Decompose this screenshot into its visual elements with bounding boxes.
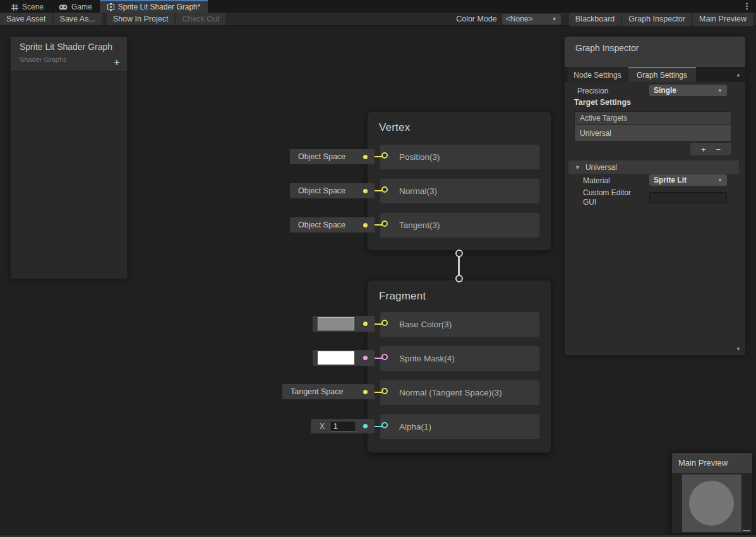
graph-inspector-toggle-button[interactable]: Graph Inspector bbox=[622, 13, 692, 26]
tab-shader-graph-label: Sprite Lit Shader Graph* bbox=[118, 3, 201, 11]
color-mode-value: <None> bbox=[506, 15, 533, 23]
precision-dropdown[interactable]: Single ▼ bbox=[649, 85, 727, 96]
window-bottom-bar bbox=[0, 534, 756, 537]
vertex-row-tangent: Tangent(3) bbox=[380, 213, 539, 238]
position-space-dropdown[interactable]: Object Space bbox=[290, 149, 375, 164]
blackboard-title: Sprite Lit Shader Graph bbox=[11, 37, 127, 52]
fragment-row-alpha: Alpha(1) bbox=[380, 414, 539, 439]
blackboard-toggle-button[interactable]: Blackboard bbox=[569, 13, 621, 26]
active-targets-header: Active Targets bbox=[574, 111, 731, 125]
port-label: Alpha(1) bbox=[380, 422, 431, 431]
universal-foldout-label: Universal bbox=[585, 163, 617, 172]
kebab-menu-icon[interactable]: ⋮ bbox=[743, 0, 751, 13]
target-settings-header: Target Settings bbox=[574, 98, 631, 107]
fragment-node[interactable]: Fragment Base Color(3) Sprite Mask(4) No… bbox=[367, 280, 551, 453]
tangent-space-value: Object Space bbox=[290, 220, 345, 229]
tab-game-label: Game bbox=[71, 3, 92, 11]
fragment-row-normal-ts: Normal (Tangent Space)(3) bbox=[380, 380, 539, 405]
show-in-project-button[interactable]: Show In Project bbox=[107, 13, 175, 25]
resize-handle[interactable] bbox=[743, 530, 750, 531]
port-alpha-input[interactable] bbox=[381, 422, 388, 428]
base-color-field[interactable] bbox=[313, 316, 375, 332]
fragment-row-sprite-mask: Sprite Mask(4) bbox=[380, 346, 539, 371]
tab-scene[interactable]: Scene bbox=[4, 0, 51, 13]
alpha-value-input[interactable] bbox=[330, 421, 356, 431]
save-asset-button[interactable]: Save Asset bbox=[0, 13, 52, 25]
port-base-color-input[interactable] bbox=[381, 320, 388, 326]
port-tangent-input[interactable] bbox=[381, 220, 388, 227]
graph-toolbar: Save Asset Save As... Show In Project Ch… bbox=[0, 13, 756, 26]
port-sprite-mask-input[interactable] bbox=[381, 354, 388, 360]
port-stub-dot bbox=[363, 424, 368, 428]
blackboard-panel: Sprite Lit Shader Graph Shader Graphs + bbox=[10, 36, 128, 279]
alpha-x-label: X bbox=[320, 422, 325, 431]
port-label: Position(3) bbox=[380, 152, 440, 162]
port-normal-ts-input[interactable] bbox=[381, 388, 388, 394]
material-dropdown[interactable]: Sprite Lit ▼ bbox=[649, 174, 727, 186]
chevron-down-icon: ▼ bbox=[717, 178, 723, 183]
port-label: Normal (Tangent Space)(3) bbox=[380, 388, 502, 397]
normal-ts-space-dropdown[interactable]: Tangent Space bbox=[282, 384, 375, 399]
tab-shader-graph[interactable]: Sprite Lit Shader Graph* bbox=[100, 0, 208, 13]
add-target-button[interactable]: + bbox=[701, 145, 706, 154]
main-preview-toggle-button[interactable]: Main Preview bbox=[693, 13, 753, 26]
graph-inspector-tabs: Node Settings Graph Settings bbox=[565, 67, 745, 82]
blackboard-header[interactable]: Sprite Lit Shader Graph Shader Graphs + bbox=[11, 37, 127, 72]
main-preview-body bbox=[672, 473, 752, 533]
shadergraph-icon bbox=[107, 3, 114, 11]
port-label: Tangent(3) bbox=[380, 220, 440, 230]
vertex-node[interactable]: Vertex Position(3) Normal(3) Tangent(3) bbox=[367, 111, 551, 251]
vertex-row-position: Position(3) bbox=[380, 145, 539, 169]
chevron-down-icon: ▼ bbox=[552, 16, 557, 22]
active-target-item-universal[interactable]: Universal bbox=[574, 125, 731, 142]
gamepad-icon bbox=[59, 4, 68, 10]
tangent-space-dropdown[interactable]: Object Space bbox=[290, 217, 375, 232]
scroll-up-icon[interactable]: ▲ bbox=[736, 72, 741, 78]
material-value: Sprite Lit bbox=[654, 176, 687, 184]
tab-bar: Scene Game Sprite Lit Shader Graph* ⋮ bbox=[0, 0, 756, 13]
fragment-in-handle[interactable] bbox=[455, 275, 463, 282]
port-label: Normal(3) bbox=[380, 186, 437, 196]
precision-label: Precision bbox=[577, 87, 608, 95]
remove-target-button[interactable]: − bbox=[716, 145, 721, 154]
scroll-down-icon[interactable]: ▼ bbox=[736, 346, 741, 352]
active-targets-buttons: + − bbox=[690, 143, 731, 155]
preview-quad bbox=[682, 474, 741, 532]
tab-graph-settings[interactable]: Graph Settings bbox=[628, 67, 696, 82]
tab-scene-label: Scene bbox=[22, 3, 44, 11]
blackboard-subtitle: Shader Graphs bbox=[11, 52, 127, 63]
port-position-input[interactable] bbox=[381, 152, 388, 159]
graph-inspector-header[interactable]: Graph Inspector bbox=[565, 37, 745, 67]
color-mode-label: Color Mode bbox=[456, 15, 497, 23]
precision-value: Single bbox=[654, 86, 676, 95]
check-out-button: Check Out bbox=[176, 13, 225, 25]
custom-editor-gui-label: Custom Editor GUI bbox=[583, 188, 646, 207]
custom-editor-gui-input[interactable] bbox=[649, 192, 727, 203]
port-stub-dot bbox=[363, 189, 368, 193]
port-normal-input[interactable] bbox=[381, 186, 388, 193]
color-mode-dropdown[interactable]: <None> ▼ bbox=[502, 14, 561, 25]
normal-space-value: Object Space bbox=[290, 186, 345, 195]
sprite-mask-field[interactable] bbox=[313, 350, 375, 366]
base-color-swatch[interactable] bbox=[318, 317, 354, 330]
universal-foldout[interactable]: ▼ Universal bbox=[568, 160, 739, 174]
port-label: Sprite Mask(4) bbox=[380, 354, 455, 363]
port-stub-dot bbox=[363, 155, 368, 159]
save-as-button[interactable]: Save As... bbox=[54, 13, 102, 25]
port-label: Base Color(3) bbox=[380, 320, 452, 329]
foldout-triangle-icon: ▼ bbox=[575, 164, 580, 171]
toolbar-right-group: Color Mode <None> ▼ Blackboard Graph Ins… bbox=[456, 13, 756, 25]
vertex-out-handle[interactable] bbox=[455, 250, 463, 257]
sprite-mask-swatch[interactable] bbox=[318, 351, 354, 365]
tab-node-settings[interactable]: Node Settings bbox=[568, 67, 627, 82]
scene-grid-icon bbox=[11, 4, 18, 11]
port-stub-dot bbox=[363, 223, 368, 227]
normal-space-dropdown[interactable]: Object Space bbox=[290, 183, 375, 198]
vertex-row-normal: Normal(3) bbox=[380, 179, 539, 203]
tab-game[interactable]: Game bbox=[51, 0, 100, 13]
port-stub-dot bbox=[363, 322, 368, 326]
port-stub-dot bbox=[363, 390, 368, 394]
add-property-button[interactable]: + bbox=[114, 57, 120, 68]
main-preview-header[interactable]: Main Preview bbox=[672, 453, 752, 473]
graph-settings-content: Precision Single ▼ Target Settings Activ… bbox=[565, 82, 745, 355]
